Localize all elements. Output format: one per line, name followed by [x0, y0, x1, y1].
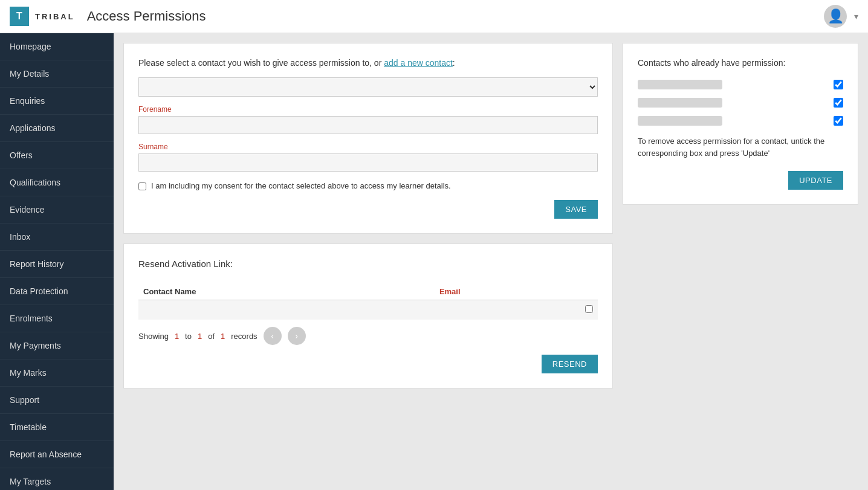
save-button[interactable]: SAVE — [554, 200, 598, 219]
sidebar-item-my-payments[interactable]: My Payments — [0, 332, 114, 359]
contact-row-1 — [638, 80, 843, 89]
table-row — [138, 300, 598, 320]
logo-box: T — [10, 7, 29, 26]
contact-row-2 — [638, 98, 843, 108]
contact-select[interactable] — [138, 77, 598, 97]
sidebar-item-report-history[interactable]: Report History — [0, 251, 114, 278]
consent-checkbox[interactable] — [138, 182, 146, 190]
row-checkbox[interactable] — [585, 305, 593, 313]
contact-row-3 — [638, 116, 843, 126]
resend-button[interactable]: RESEND — [542, 355, 598, 373]
sidebar-item-offers[interactable]: Offers — [0, 142, 114, 169]
resend-btn-row: RESEND — [138, 355, 598, 373]
add-contact-link[interactable]: add a new contact — [384, 58, 453, 68]
intro-text: Please select a contact you wish to give… — [138, 58, 384, 68]
forename-input[interactable] — [138, 116, 598, 134]
access-permission-card: Please select a contact you wish to give… — [123, 43, 613, 234]
update-row: UPDATE — [638, 171, 843, 190]
logo-letter: T — [16, 11, 22, 22]
header-right: 👤 ▾ — [824, 5, 858, 28]
contact-checkbox-3[interactable] — [834, 116, 843, 126]
pagination-row: Showing 1 to 1 of 1 records ‹ › — [138, 327, 598, 345]
sidebar-item-support[interactable]: Support — [0, 387, 114, 414]
sidebar-item-enrolments[interactable]: Enrolments — [0, 305, 114, 332]
sidebar-item-my-details[interactable]: My Details — [0, 60, 114, 88]
pagination-from: 1 — [175, 332, 179, 341]
surname-label: Surname — [138, 143, 598, 151]
avatar[interactable]: 👤 — [824, 5, 847, 28]
records-text: records — [231, 332, 257, 341]
sidebar-item-applications[interactable]: Applications — [0, 115, 114, 142]
contact-placeholder-2 — [638, 98, 722, 108]
contact-placeholder-3 — [638, 116, 722, 126]
email-cell — [435, 300, 580, 320]
contact-checkbox-2[interactable] — [834, 98, 843, 108]
sidebar-item-qualifications[interactable]: Qualifications — [0, 169, 114, 196]
remove-note: To remove access permission for a contac… — [638, 135, 843, 159]
pagination-next-button[interactable]: › — [288, 327, 306, 345]
intro-suffix: : — [453, 58, 455, 68]
save-row: SAVE — [138, 200, 598, 219]
consent-row: I am including my consent for the contac… — [138, 181, 598, 190]
showing-prefix: Showing — [138, 332, 169, 341]
content-area: Please select a contact you wish to give… — [114, 33, 868, 490]
forename-group: Forename — [138, 105, 598, 134]
main-layout: Homepage My Details Enquiries Applicatio… — [0, 33, 868, 490]
row-checkbox-cell — [580, 300, 598, 320]
contact-placeholder-1 — [638, 80, 722, 89]
logo-text: TRIBAL — [35, 12, 75, 21]
right-card-title: Contacts who already have permission: — [638, 58, 843, 68]
right-card: Contacts who already have permission: To… — [623, 43, 858, 205]
sidebar-item-my-marks[interactable]: My Marks — [0, 359, 114, 387]
update-button[interactable]: UPDATE — [788, 171, 843, 190]
avatar-icon: 👤 — [828, 8, 844, 24]
card-intro: Please select a contact you wish to give… — [138, 58, 598, 68]
pagination-prev-button[interactable]: ‹ — [264, 327, 282, 345]
sidebar-item-evidence[interactable]: Evidence — [0, 196, 114, 224]
surname-input[interactable] — [138, 153, 598, 172]
col-email: Email — [435, 283, 580, 300]
resend-table: Contact Name Email — [138, 283, 598, 320]
sidebar-item-data-protection[interactable]: Data Protection — [0, 278, 114, 305]
sidebar-item-enquiries[interactable]: Enquiries — [0, 88, 114, 115]
contact-select-group — [138, 77, 598, 97]
surname-group: Surname — [138, 143, 598, 172]
sidebar-item-my-targets[interactable]: My Targets — [0, 468, 114, 490]
consent-text: I am including my consent for the contac… — [151, 181, 451, 190]
page-title: Access Permissions — [87, 8, 206, 24]
sidebar-item-homepage[interactable]: Homepage — [0, 33, 114, 60]
sidebar-item-timetable[interactable]: Timetable — [0, 414, 114, 441]
pagination-to: 1 — [198, 332, 202, 341]
sidebar: Homepage My Details Enquiries Applicatio… — [0, 33, 114, 490]
resend-activation-card: Resend Activation Link: Contact Name Ema… — [123, 243, 613, 388]
forename-label: Forename — [138, 105, 598, 114]
right-panel: Contacts who already have permission: To… — [623, 43, 858, 205]
header: T TRIBAL Access Permissions 👤 ▾ — [0, 0, 868, 33]
sidebar-item-report-absence[interactable]: Report an Absence — [0, 441, 114, 468]
to-text: to — [185, 332, 192, 341]
of-text: of — [208, 332, 215, 341]
header-menu-arrow[interactable]: ▾ — [854, 11, 858, 21]
pagination-total: 1 — [221, 332, 225, 341]
resend-title: Resend Activation Link: — [138, 259, 598, 269]
contact-name-cell — [138, 300, 435, 320]
col-contact-name: Contact Name — [138, 283, 435, 300]
contact-checkbox-1[interactable] — [834, 80, 843, 89]
sidebar-item-inbox[interactable]: Inbox — [0, 224, 114, 251]
main-panel: Please select a contact you wish to give… — [123, 43, 613, 388]
